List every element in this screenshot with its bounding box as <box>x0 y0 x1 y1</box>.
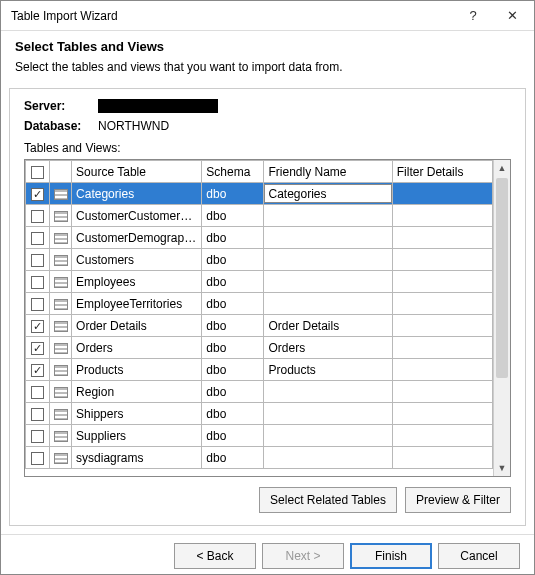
row-checkbox[interactable] <box>31 298 44 311</box>
table-row[interactable]: Categoriesdbo <box>26 183 493 205</box>
row-checkbox-cell[interactable] <box>26 205 50 227</box>
friendly-name-cell[interactable] <box>264 447 392 469</box>
select-all-checkbox[interactable] <box>31 166 44 179</box>
row-checkbox[interactable] <box>31 364 44 377</box>
friendly-name-cell[interactable] <box>264 205 392 227</box>
filter-details-cell[interactable] <box>392 271 492 293</box>
schema-cell[interactable]: dbo <box>202 315 264 337</box>
row-checkbox-cell[interactable] <box>26 293 50 315</box>
row-checkbox[interactable] <box>31 386 44 399</box>
table-row[interactable]: EmployeeTerritoriesdbo <box>26 293 493 315</box>
row-checkbox-cell[interactable] <box>26 425 50 447</box>
finish-button[interactable]: Finish <box>350 543 432 569</box>
table-row[interactable]: Suppliersdbo <box>26 425 493 447</box>
friendly-name-cell[interactable] <box>264 249 392 271</box>
source-table-cell[interactable]: sysdiagrams <box>72 447 202 469</box>
friendly-name-cell[interactable] <box>264 271 392 293</box>
help-button[interactable]: ? <box>456 1 490 31</box>
schema-cell[interactable]: dbo <box>202 227 264 249</box>
source-table-cell[interactable]: Region <box>72 381 202 403</box>
row-checkbox[interactable] <box>31 320 44 333</box>
friendly-name-cell[interactable]: Orders <box>264 337 392 359</box>
source-table-cell[interactable]: CustomerDemographics <box>72 227 202 249</box>
row-checkbox[interactable] <box>31 254 44 267</box>
table-row[interactable]: Order DetailsdboOrder Details <box>26 315 493 337</box>
friendly-name-cell[interactable] <box>264 403 392 425</box>
scroll-down-arrow[interactable]: ▼ <box>494 460 510 476</box>
friendly-name-cell[interactable] <box>264 425 392 447</box>
row-checkbox-cell[interactable] <box>26 403 50 425</box>
table-row[interactable]: CustomerDemographicsdbo <box>26 227 493 249</box>
header-friendly[interactable]: Friendly Name <box>264 161 392 183</box>
scroll-thumb[interactable] <box>496 178 508 378</box>
table-row[interactable]: Regiondbo <box>26 381 493 403</box>
header-source[interactable]: Source Table <box>72 161 202 183</box>
friendly-name-cell[interactable] <box>264 293 392 315</box>
row-checkbox[interactable] <box>31 452 44 465</box>
friendly-name-cell[interactable] <box>264 381 392 403</box>
table-row[interactable]: sysdiagramsdbo <box>26 447 493 469</box>
filter-details-cell[interactable] <box>392 447 492 469</box>
schema-cell[interactable]: dbo <box>202 359 264 381</box>
row-checkbox-cell[interactable] <box>26 271 50 293</box>
source-table-cell[interactable]: Shippers <box>72 403 202 425</box>
row-checkbox-cell[interactable] <box>26 337 50 359</box>
vertical-scrollbar[interactable]: ▲ ▼ <box>493 160 510 476</box>
source-table-cell[interactable]: Suppliers <box>72 425 202 447</box>
table-row[interactable]: Shippersdbo <box>26 403 493 425</box>
filter-details-cell[interactable] <box>392 337 492 359</box>
row-checkbox[interactable] <box>31 210 44 223</box>
friendly-name-input[interactable] <box>264 184 391 203</box>
friendly-name-cell[interactable]: Products <box>264 359 392 381</box>
schema-cell[interactable]: dbo <box>202 293 264 315</box>
filter-details-cell[interactable] <box>392 183 492 205</box>
source-table-cell[interactable]: Customers <box>72 249 202 271</box>
friendly-name-cell[interactable] <box>264 227 392 249</box>
schema-cell[interactable]: dbo <box>202 447 264 469</box>
select-related-tables-button[interactable]: Select Related Tables <box>259 487 397 513</box>
filter-details-cell[interactable] <box>392 403 492 425</box>
scroll-up-arrow[interactable]: ▲ <box>494 160 510 176</box>
row-checkbox-cell[interactable] <box>26 447 50 469</box>
row-checkbox[interactable] <box>31 342 44 355</box>
preview-and-filter-button[interactable]: Preview & Filter <box>405 487 511 513</box>
schema-cell[interactable]: dbo <box>202 271 264 293</box>
row-checkbox-cell[interactable] <box>26 315 50 337</box>
table-row[interactable]: Employeesdbo <box>26 271 493 293</box>
source-table-cell[interactable]: EmployeeTerritories <box>72 293 202 315</box>
row-checkbox-cell[interactable] <box>26 183 50 205</box>
schema-cell[interactable]: dbo <box>202 337 264 359</box>
filter-details-cell[interactable] <box>392 227 492 249</box>
schema-cell[interactable]: dbo <box>202 425 264 447</box>
table-row[interactable]: OrdersdboOrders <box>26 337 493 359</box>
row-checkbox[interactable] <box>31 232 44 245</box>
header-checkbox-cell[interactable] <box>26 161 50 183</box>
schema-cell[interactable]: dbo <box>202 205 264 227</box>
source-table-cell[interactable]: Products <box>72 359 202 381</box>
source-table-cell[interactable]: Employees <box>72 271 202 293</box>
friendly-name-cell[interactable]: Order Details <box>264 315 392 337</box>
row-checkbox-cell[interactable] <box>26 381 50 403</box>
filter-details-cell[interactable] <box>392 249 492 271</box>
table-row[interactable]: Customersdbo <box>26 249 493 271</box>
back-button[interactable]: < Back <box>174 543 256 569</box>
filter-details-cell[interactable] <box>392 359 492 381</box>
cancel-button[interactable]: Cancel <box>438 543 520 569</box>
row-checkbox[interactable] <box>31 188 44 201</box>
schema-cell[interactable]: dbo <box>202 183 264 205</box>
header-filter[interactable]: Filter Details <box>392 161 492 183</box>
row-checkbox-cell[interactable] <box>26 249 50 271</box>
table-row[interactable]: CustomerCustomerDemodbo <box>26 205 493 227</box>
filter-details-cell[interactable] <box>392 381 492 403</box>
filter-details-cell[interactable] <box>392 315 492 337</box>
source-table-cell[interactable]: CustomerCustomerDemo <box>72 205 202 227</box>
table-row[interactable]: ProductsdboProducts <box>26 359 493 381</box>
row-checkbox[interactable] <box>31 276 44 289</box>
row-checkbox-cell[interactable] <box>26 227 50 249</box>
header-schema[interactable]: Schema <box>202 161 264 183</box>
source-table-cell[interactable]: Orders <box>72 337 202 359</box>
row-checkbox-cell[interactable] <box>26 359 50 381</box>
filter-details-cell[interactable] <box>392 425 492 447</box>
source-table-cell[interactable]: Order Details <box>72 315 202 337</box>
schema-cell[interactable]: dbo <box>202 249 264 271</box>
